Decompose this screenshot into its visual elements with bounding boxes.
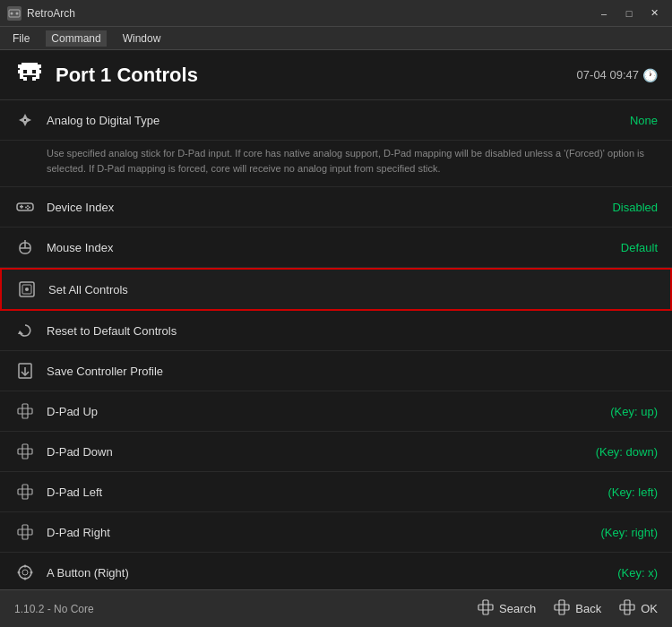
header-left: Port 1 Controls [14,57,198,93]
device-index-value: Disabled [612,201,658,214]
version-label: 1.10.2 - No Core [14,603,94,615]
list-item-dpad-left[interactable]: D-Pad Left (Key: left) [0,472,672,512]
svg-point-24 [25,207,27,209]
svg-point-32 [25,288,29,291]
svg-rect-9 [20,75,23,79]
back-label: Back [575,602,601,615]
svg-rect-13 [23,70,27,73]
back-action[interactable]: Back [554,599,601,619]
svg-rect-41 [18,489,32,494]
svg-rect-38 [22,444,28,459]
svg-point-45 [22,570,28,575]
list-item-device-index[interactable]: Device Index Disabled [0,187,672,228]
dpad-right-label: D-Pad Right [47,526,600,539]
dpad-right-icon [14,521,36,543]
svg-rect-36 [22,404,28,418]
svg-point-2 [16,12,19,14]
a-button-icon [14,562,36,583]
timestamp: 07-04 09:47 [577,68,639,82]
svg-rect-79 [620,605,634,610]
minimize-button[interactable]: – [593,5,615,21]
svg-rect-43 [18,529,32,535]
dpad-up-label: D-Pad Up [47,405,610,418]
list-item-a-button[interactable]: A Button (Right) (Key: x) [0,553,672,589]
list-item-set-all-controls[interactable]: Set All Controls [0,268,672,311]
svg-rect-42 [22,525,28,539]
mouse-icon [14,236,36,258]
ok-label: OK [641,602,658,615]
menu-command[interactable]: Command [46,30,106,47]
svg-point-49 [30,571,33,574]
list-item-analog-type[interactable]: Analog to Digital Type None [0,100,672,141]
search-dpad-icon [478,599,494,619]
page-icon [14,57,45,93]
close-button[interactable]: ✕ [643,5,665,21]
svg-rect-75 [478,605,493,610]
list-item-dpad-up[interactable]: D-Pad Up (Key: up) [0,391,672,432]
list-item-dpad-right[interactable]: D-Pad Right (Key: right) [0,512,672,553]
svg-marker-18 [26,117,31,123]
svg-point-23 [29,207,30,209]
svg-point-46 [24,565,27,568]
mouse-index-value: Default [621,241,658,254]
svg-rect-11 [32,77,36,81]
mouse-index-label: Mouse Index [47,241,621,254]
menu-window[interactable]: Window [117,30,167,47]
dpad-left-icon [14,481,36,502]
menu-file[interactable]: File [7,30,35,47]
svg-marker-17 [19,117,24,123]
svg-point-25 [27,208,29,210]
clock-icon: 🕐 [642,68,658,82]
svg-rect-78 [625,600,630,614]
analog-icon [14,109,36,131]
page-title: Port 1 Controls [56,64,198,87]
analog-type-label: Analog to Digital Type [47,114,630,127]
device-index-label: Device Index [47,201,612,214]
header-right: 07-04 09:47 🕐 [577,68,658,82]
svg-point-48 [18,571,21,574]
svg-rect-74 [483,600,488,614]
bottom-actions: Search Back OK [478,599,658,619]
svg-rect-19 [17,203,33,210]
analog-type-value: None [630,114,658,127]
title-bar-left: RetroArch [7,6,75,21]
list-item-dpad-down[interactable]: D-Pad Down (Key: down) [0,432,672,472]
content-area[interactable]: Analog to Digital Type None Use specifie… [0,100,672,589]
search-label: Search [499,602,536,615]
search-action[interactable]: Search [478,599,536,619]
dpad-left-value: (Key: left) [607,485,658,499]
svg-rect-5 [22,63,38,66]
dpad-down-icon [14,441,36,462]
list-item-mouse-index[interactable]: Mouse Index Default [0,228,672,268]
list-item-save-profile[interactable]: Save Controller Profile [0,351,672,391]
dpad-down-value: (Key: down) [596,445,658,459]
svg-point-44 [19,566,31,579]
svg-rect-7 [18,70,22,73]
app-icon [7,6,22,21]
back-dpad-icon [554,599,570,619]
ok-action[interactable]: OK [619,599,658,619]
svg-rect-12 [36,75,39,79]
svg-marker-33 [18,331,23,334]
title-bar: RetroArch – □ ✕ [0,0,672,27]
maximize-button[interactable]: □ [618,5,640,21]
list-item-reset-controls[interactable]: Reset to Default Controls [0,311,672,351]
set-all-controls-label: Set All Controls [48,283,656,296]
svg-rect-6 [20,66,39,75]
ok-dpad-icon [619,599,635,619]
svg-point-47 [24,578,27,580]
svg-rect-76 [559,600,564,614]
dpad-up-value: (Key: up) [610,405,658,418]
bottom-bar: 1.10.2 - No Core Search Back [0,589,672,627]
svg-point-1 [11,12,13,14]
title-bar-controls: – □ ✕ [593,5,665,21]
save-icon [14,360,36,382]
svg-rect-10 [23,77,27,81]
page-header: Port 1 Controls 07-04 09:47 🕐 [0,50,672,100]
dpad-right-value: (Key: right) [600,526,658,539]
dpad-down-label: D-Pad Down [47,445,596,459]
svg-rect-40 [22,485,28,499]
menu-bar: File Command Window [0,27,672,50]
a-button-label: A Button (Right) [47,566,617,580]
svg-rect-39 [18,449,32,454]
